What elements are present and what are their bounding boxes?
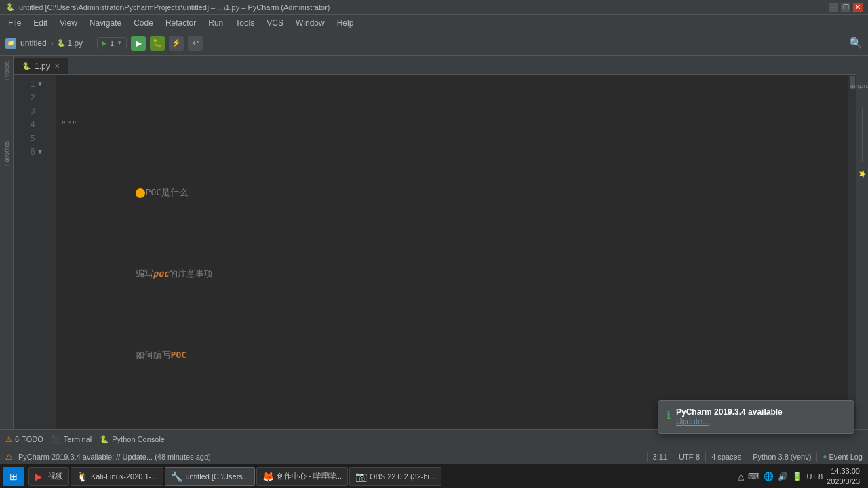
cursor-position: 3:11 xyxy=(653,453,667,461)
line-number-4: 4 xyxy=(14,118,38,131)
line-number-5: 5 xyxy=(14,131,38,145)
menu-help[interactable]: Help xyxy=(332,17,359,29)
menu-file[interactable]: File xyxy=(3,17,26,29)
code-editor[interactable]: """ !POC是什么 编写poc的注意事项 xyxy=(56,75,848,429)
code-container: 1 ▼ 2 3 4 xyxy=(14,75,856,429)
terminal-label: Terminal xyxy=(64,435,92,443)
encoding-label[interactable]: UTF-8 xyxy=(679,453,700,461)
todo-button[interactable]: ⚠ 6 TODO xyxy=(5,435,43,444)
kali-icon: 🐧 xyxy=(77,471,88,482)
tray-network[interactable]: 🌐 xyxy=(764,472,774,481)
project-icon: 📁 xyxy=(5,38,16,49)
run-button[interactable]: ▶ xyxy=(131,36,146,51)
taskbar-item-video[interactable]: ▶ 视频 xyxy=(28,467,69,486)
debug-button[interactable]: 🐛 xyxy=(150,36,165,51)
profile-icon: ↩ xyxy=(193,39,199,47)
clock-time: 14:33:00 xyxy=(827,466,860,476)
coverage-button[interactable]: ⚡ xyxy=(169,36,184,51)
fold-arrow-6[interactable]: ▼ xyxy=(38,145,47,159)
menu-view[interactable]: View xyxy=(54,17,83,29)
taskbar-video-label: 视频 xyxy=(48,471,63,481)
code-line-2: !POC是什么 xyxy=(61,172,848,213)
line-number-1: 1 xyxy=(14,77,38,91)
tab-label: 1.py xyxy=(35,62,50,71)
menu-vcs[interactable]: VCS xyxy=(261,17,289,29)
menu-edit[interactable]: Edit xyxy=(28,17,53,29)
coverage-icon: ⚡ xyxy=(172,39,181,47)
run-icon: ▶ xyxy=(136,39,142,48)
code-content-5 xyxy=(61,416,66,429)
taskbar-item-bili[interactable]: 🦊 创作中心 - 哔哩哔... xyxy=(256,467,348,486)
line-gutter-5: 5 xyxy=(14,131,56,145)
left-sidebar: Project Favorites xyxy=(0,56,14,429)
title-bar: 🐍 untitled [C:\Users\Administrator\Pycha… xyxy=(0,0,868,15)
sidebar-item-project[interactable]: Project xyxy=(2,58,12,83)
code-content-4: 如何编写POC xyxy=(61,335,186,375)
sidebar-item-favorites[interactable]: Favorites xyxy=(2,138,12,169)
menu-code[interactable]: Code xyxy=(128,17,159,29)
run-config-selector[interactable]: ▶ 1 ▼ xyxy=(97,37,127,49)
warning-icon: ⚠ xyxy=(5,435,12,444)
code-line-1: """ xyxy=(61,118,848,131)
taskbar-item-obs[interactable]: 📷 OBS 22.0.2 (32-bi... xyxy=(349,467,441,486)
tray-chevron[interactable]: △ xyxy=(738,472,744,481)
taskbar-bili-label: 创作中心 - 哔哩哔... xyxy=(277,471,342,481)
pycharm-icon: 🔧 xyxy=(171,471,182,482)
profile-button[interactable]: ↩ xyxy=(188,36,203,51)
code-line-4: 如何编写POC xyxy=(61,335,848,375)
line-gutter: 1 ▼ 2 3 4 xyxy=(14,75,56,429)
debug-icon: 🐛 xyxy=(153,39,162,47)
close-button[interactable]: ✕ xyxy=(853,3,863,12)
editor-tab-1py[interactable]: 🐍 1.py ✕ xyxy=(14,58,68,74)
system-clock[interactable]: 14:33:00 2020/3/23 xyxy=(827,466,860,486)
menu-run[interactable]: Run xyxy=(203,17,229,29)
indent-label[interactable]: 4 spaces xyxy=(711,453,741,461)
tab-close-button[interactable]: ✕ xyxy=(54,62,60,70)
notif-info-icon: ℹ xyxy=(667,409,671,422)
taskbar-item-pycharm[interactable]: 🔧 untitled [C:\Users... xyxy=(165,467,255,486)
todo-count: 6 xyxy=(15,435,19,443)
status-message: PyCharm 2019.3.4 available: // Update...… xyxy=(18,453,211,461)
toolbar: 📁 untitled › 🐍 1.py ▶ 1 ▼ ▶ 🐛 ⚡ ↩ xyxy=(0,31,868,56)
py-file-icon: 🐍 xyxy=(22,62,31,70)
code-content-2: !POC是什么 xyxy=(61,172,188,213)
code-line-3: 编写poc的注意事项 xyxy=(61,253,848,294)
tray-volume[interactable]: 🔊 xyxy=(778,472,788,481)
scroll-bar[interactable] xyxy=(848,75,856,429)
search-button[interactable]: 🔍 xyxy=(849,37,863,49)
tray-keyboard[interactable]: ⌨ xyxy=(748,472,760,481)
sidebar-item-favorites-right[interactable]: ⭐ xyxy=(856,169,868,178)
menu-refactor[interactable]: Refactor xyxy=(160,17,201,29)
code-content-1: """ xyxy=(61,118,77,131)
event-log-button[interactable]: ● Event Log xyxy=(823,453,863,461)
notif-update-link[interactable]: Update... xyxy=(676,417,846,426)
sidebar-item-structure[interactable]: Structure xyxy=(847,83,868,91)
python-console-button[interactable]: 🐍 Python Console xyxy=(100,435,165,444)
file-tab-label: 1.py xyxy=(67,39,83,48)
clock-date: 2020/3/23 xyxy=(827,476,860,486)
fold-arrow-1[interactable]: ▼ xyxy=(38,77,47,91)
line-number-6: 6 xyxy=(14,145,38,159)
menu-navigate[interactable]: Navigate xyxy=(84,17,127,29)
terminal-button[interactable]: ⬛ Terminal xyxy=(52,435,92,444)
minimize-button[interactable]: ─ xyxy=(829,3,838,12)
video-icon: ▶ xyxy=(35,471,45,482)
line-gutter-3: 3 xyxy=(14,104,56,118)
menu-window[interactable]: Window xyxy=(290,17,330,29)
line-gutter-6: 6 ▼ xyxy=(14,145,56,159)
title-bar-controls: ─ ❐ ✕ xyxy=(829,3,863,12)
bili-icon: 🦊 xyxy=(262,471,274,482)
taskbar-item-kali[interactable]: 🐧 Kali-Linux-2020.1-... xyxy=(71,467,163,486)
line-number-2: 2 xyxy=(14,91,38,104)
notification-popup: ℹ PyCharm 2019.3.4 available Update... xyxy=(658,400,854,434)
notif-content: PyCharm 2019.3.4 available Update... xyxy=(676,407,846,426)
tray-battery[interactable]: 🔋 xyxy=(792,472,802,481)
toolbar-sep-1 xyxy=(90,37,90,50)
menu-tools[interactable]: Tools xyxy=(230,17,260,29)
interpreter-label[interactable]: Python 3.8 (venv) xyxy=(753,453,811,461)
restore-button[interactable]: ❐ xyxy=(841,3,850,12)
start-button[interactable]: ⊞ xyxy=(3,467,24,486)
poc-warning-icon: ! xyxy=(136,188,145,198)
event-log-label: Event Log xyxy=(829,453,863,461)
encoding-tray-label[interactable]: UT 8 xyxy=(806,472,823,481)
